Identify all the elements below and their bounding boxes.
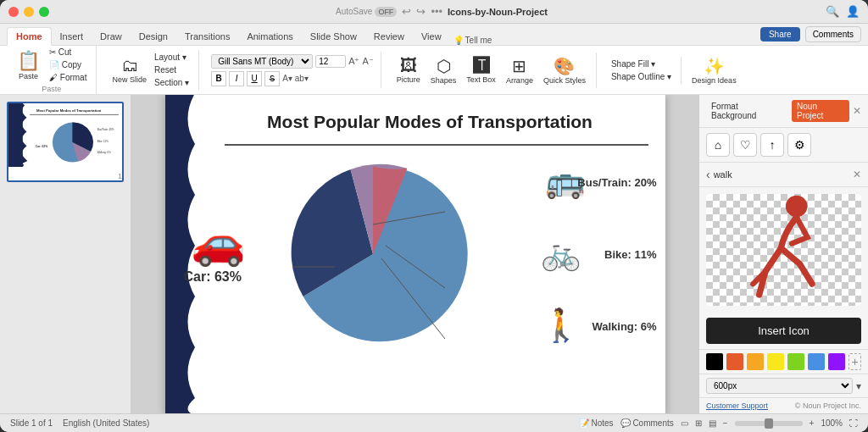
search-icon[interactable]: 🔍 (826, 5, 839, 18)
tab-animations[interactable]: Animations (238, 28, 301, 45)
profile-icon[interactable]: 👤 (846, 5, 860, 18)
design-ideas-label[interactable]: Design Ideas (692, 76, 737, 85)
autosave-toggle[interactable]: OFF (375, 7, 397, 17)
font-increase-icon[interactable]: A⁺ (348, 56, 359, 67)
slide-thumbnail[interactable]: Most Popular Modes of Transportation Car… (7, 102, 124, 182)
search-input[interactable] (714, 169, 849, 180)
maximize-button[interactable] (39, 7, 49, 17)
color-green[interactable] (787, 353, 804, 370)
underline-button[interactable]: U (247, 71, 262, 86)
ribbon-group-slides: 🗂 New Slide Layout ▾ Reset Section ▾ (102, 50, 199, 90)
add-color-button[interactable]: + (849, 353, 861, 370)
tab-transitions[interactable]: Transitions (176, 28, 238, 45)
arrange-button[interactable]: ⊞ Arrange (503, 54, 537, 86)
textbox-button[interactable]: 🆃 Text Box (463, 54, 499, 86)
font-decrease-icon[interactable]: A⁻ (362, 56, 373, 67)
view-normal-icon[interactable]: ▭ (681, 418, 688, 428)
color-yellow[interactable] (767, 353, 784, 370)
zoom-level: 100% (821, 418, 843, 428)
insert-icon-button[interactable]: Insert Icon (706, 318, 861, 344)
svg-text:Walking: 6%: Walking: 6% (97, 151, 112, 154)
share-button[interactable]: Share (760, 27, 800, 42)
zoom-slider[interactable] (735, 421, 803, 426)
highlight-button[interactable]: ab▾ (295, 74, 309, 83)
font-color-button[interactable]: A▾ (282, 74, 292, 83)
minimize-button[interactable] (24, 7, 34, 17)
main-content: Most Popular Modes of Transportation Car… (0, 95, 868, 413)
panel-close-button[interactable]: ✕ (853, 105, 861, 117)
shape-fill-button[interactable]: Shape Fill ▾ (609, 58, 674, 69)
noun-project-tab[interactable]: Noun Project (792, 100, 849, 122)
new-slide-button[interactable]: 🗂 New Slide (108, 54, 150, 86)
close-button[interactable] (8, 7, 19, 17)
icon-preview-area (706, 194, 861, 306)
more-icon[interactable]: ••• (431, 5, 442, 18)
paste-button[interactable]: 📋 Paste (14, 48, 43, 82)
color-amber[interactable] (747, 353, 764, 370)
footer-row: Customer Support © Noun Project Inc. (699, 397, 868, 413)
panel-icons-row: ⌂ ♡ ↑ ⚙ (699, 128, 868, 163)
search-row: ‹ ✕ (699, 163, 868, 187)
search-back-button[interactable]: ‹ (706, 168, 710, 181)
size-select[interactable]: 600px 400px 200px 100px (706, 378, 853, 394)
panel-icon-settings[interactable]: ⚙ (787, 133, 811, 157)
fit-icon[interactable]: ⛶ (849, 418, 858, 428)
walk-icon-svg (737, 194, 831, 303)
cut-button[interactable]: ✂ Cut (47, 47, 89, 58)
reset-button[interactable]: Reset (152, 64, 192, 75)
tab-design[interactable]: Design (131, 28, 176, 45)
size-dropdown-icon[interactable]: ▾ (856, 380, 861, 392)
tab-insert[interactable]: Insert (52, 28, 92, 45)
font-family-select[interactable]: Gill Sans MT (Body) (211, 54, 313, 69)
tab-view[interactable]: View (413, 28, 450, 45)
shape-outline-button[interactable]: Shape Outline ▾ (609, 71, 674, 82)
layout-button[interactable]: Layout ▾ (152, 52, 192, 63)
bike-label: Bike: 11% (604, 248, 656, 261)
format-bg-tab[interactable]: Format Background (706, 100, 788, 122)
panel-icon-home[interactable]: ⌂ (706, 133, 730, 157)
comments-status-button[interactable]: 💬 Comments (620, 418, 674, 428)
panel-icon-heart[interactable]: ♡ (733, 133, 757, 157)
comments-button[interactable]: Comments (805, 26, 861, 42)
zoom-out-button[interactable]: − (723, 418, 728, 428)
panel-header: Format Background Noun Project ✕ (699, 95, 868, 128)
copy-button[interactable]: 📄 Copy (47, 59, 89, 70)
format-button[interactable]: 🖌 Format (47, 72, 89, 83)
redo-icon[interactable]: ↪ (416, 5, 426, 18)
color-orange[interactable] (726, 353, 743, 370)
car-icon: 🚗 (191, 220, 246, 264)
strikethrough-button[interactable]: S̶ (264, 71, 280, 86)
color-blue[interactable] (808, 353, 825, 370)
zoom-in-button[interactable]: + (810, 418, 815, 428)
paste-group-label: Paste (42, 85, 61, 93)
panel-icon-upload[interactable]: ↑ (760, 133, 784, 157)
quick-styles-button[interactable]: 🎨 Quick Styles (540, 54, 589, 86)
customer-support-link[interactable]: Customer Support (706, 402, 768, 410)
svg-text:Bus/Train: 20%: Bus/Train: 20% (97, 128, 114, 131)
picture-button[interactable]: 🖼 Picture (393, 54, 424, 86)
tell-me-box[interactable]: 💡 Tell me (453, 36, 492, 45)
section-button[interactable]: Section ▾ (152, 77, 192, 88)
tab-draw[interactable]: Draw (92, 28, 131, 45)
design-ideas-icon: ✨ (704, 56, 725, 76)
bold-button[interactable]: B (211, 71, 226, 86)
zoom-thumb (765, 418, 773, 429)
view-grid-icon[interactable]: ⊞ (695, 418, 702, 428)
undo-icon[interactable]: ↩ (402, 5, 411, 18)
view-reader-icon[interactable]: ▤ (709, 418, 716, 428)
ribbon-group-paste: 📋 Paste ✂ Cut 📄 Copy 🖌 Format Paste (7, 45, 97, 95)
tab-review[interactable]: Review (365, 28, 413, 45)
size-row: 600px 400px 200px 100px ▾ (699, 374, 868, 397)
shapes-button[interactable]: ⬡ Shapes (427, 54, 460, 86)
notes-button[interactable]: 📝 Notes (579, 418, 614, 428)
italic-button[interactable]: I (229, 71, 244, 86)
canvas-area[interactable]: Most Popular Modes of Transportation (131, 95, 698, 413)
search-clear-button[interactable]: ✕ (853, 169, 861, 180)
font-size-input[interactable] (315, 55, 346, 68)
tab-slideshow[interactable]: Slide Show (302, 28, 365, 45)
tab-home[interactable]: Home (7, 27, 52, 46)
slide-divider (225, 144, 648, 146)
new-slide-icon: 🗂 (121, 56, 138, 75)
color-purple[interactable] (828, 353, 845, 370)
color-black[interactable] (706, 353, 723, 370)
